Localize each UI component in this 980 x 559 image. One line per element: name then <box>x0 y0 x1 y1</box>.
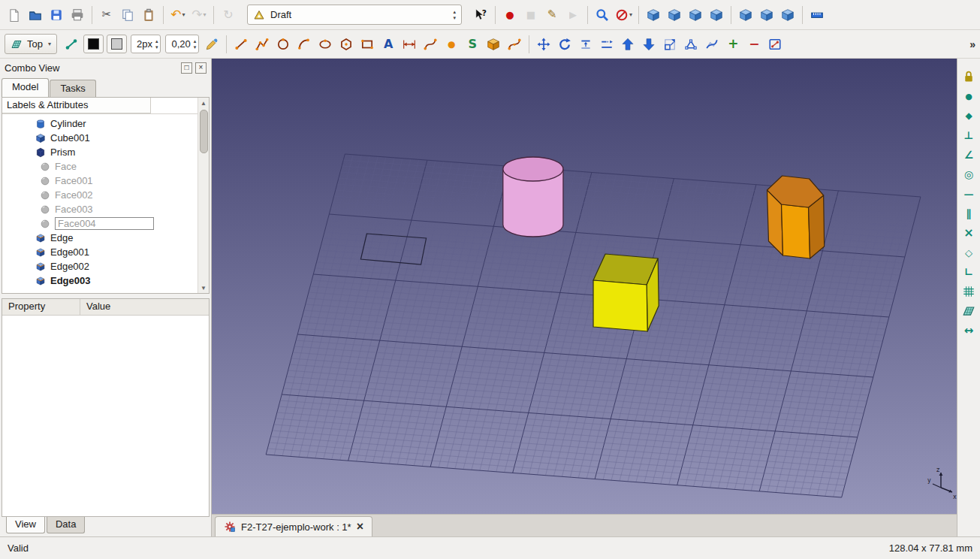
view-rear-button[interactable] <box>736 5 755 25</box>
draft-edit-button[interactable] <box>681 35 701 54</box>
macro-record-button[interactable]: ● <box>500 5 520 25</box>
rename-input[interactable] <box>55 217 154 230</box>
scroll-up-icon[interactable]: ▲ <box>201 98 207 108</box>
open-document-button[interactable] <box>26 5 45 25</box>
tab-model[interactable]: Model <box>2 78 49 97</box>
tree-item-face004[interactable] <box>2 216 209 231</box>
panel-close-button[interactable]: × <box>195 62 207 74</box>
tree-item-prism[interactable]: Prism <box>2 145 209 159</box>
draft-circle-button[interactable] <box>273 35 293 54</box>
draft-line-button[interactable] <box>231 35 251 54</box>
draft-facebinder-button[interactable] <box>484 35 503 54</box>
working-plane-dropdown-icon[interactable]: ▾ <box>48 41 51 47</box>
draft-point-button[interactable]: ● <box>442 35 461 54</box>
draft-wire-to-bspline-button[interactable] <box>702 35 722 54</box>
draft-add-point-button[interactable]: + <box>723 35 743 54</box>
tree-item-face[interactable]: Face <box>2 159 209 174</box>
tree-item-cylinder[interactable]: Cylinder <box>2 116 209 131</box>
view-top-button[interactable] <box>686 5 705 25</box>
undo-button[interactable]: ↶▾ <box>168 5 188 25</box>
tree-item-face001[interactable]: Face001 <box>2 174 209 188</box>
new-document-button[interactable] <box>5 5 24 25</box>
draft-shapestring-button[interactable]: S <box>463 35 482 54</box>
cylinder-object[interactable] <box>503 157 563 237</box>
copy-button[interactable] <box>118 5 137 25</box>
draft-offset-button[interactable] <box>576 35 596 54</box>
view-axonometric-button[interactable] <box>644 5 663 25</box>
tree-item-face002[interactable]: Face002 <box>2 188 209 202</box>
draft-downgrade-button[interactable] <box>639 35 659 54</box>
prism-object[interactable] <box>767 176 824 258</box>
property-column-header[interactable]: Property <box>2 299 80 315</box>
snap-ortho-button[interactable]: ∟ <box>960 264 977 280</box>
draft-wire-button[interactable] <box>252 35 272 54</box>
draft-remove-point-button[interactable]: − <box>744 35 764 54</box>
draft-trimex-button[interactable] <box>597 35 617 54</box>
tree-scrollbar[interactable]: ▲ ▼ <box>198 98 209 293</box>
draw-style-button[interactable]: ▾ <box>614 5 634 25</box>
tab-tasks[interactable]: Tasks <box>50 80 95 97</box>
save-button[interactable] <box>47 5 66 25</box>
snap-near-button[interactable]: ◇ <box>960 244 977 261</box>
document-close-icon[interactable]: × <box>357 521 363 533</box>
line-width-spinbox[interactable]: 2px ▴▾ <box>131 35 161 53</box>
view-bottom-button[interactable] <box>757 5 776 25</box>
scroll-down-icon[interactable]: ▼ <box>201 283 207 293</box>
whats-this-button[interactable] <box>471 5 490 25</box>
snap-intersection-button[interactable]: × <box>960 225 977 241</box>
tree-item-face003[interactable]: Face003 <box>2 202 209 216</box>
snap-endpoint-button[interactable]: ● <box>960 88 977 104</box>
view-left-button[interactable] <box>778 5 798 25</box>
redo-dropdown-icon[interactable]: ▾ <box>204 11 207 18</box>
document-tab[interactable]: F2-T27-ejemplo-work : 1* × <box>215 516 372 536</box>
snap-center-button[interactable]: ◎ <box>960 166 977 183</box>
measure-distance-button[interactable] <box>807 5 827 25</box>
snap-angle-button[interactable]: ∠ <box>960 147 977 163</box>
macro-edit-button[interactable]: ✎ <box>542 5 562 25</box>
draft-dimension-button[interactable] <box>400 35 419 54</box>
draft-to-sketch-button[interactable] <box>765 35 785 54</box>
view-right-button[interactable] <box>707 5 726 25</box>
scroll-thumb[interactable] <box>200 110 208 153</box>
draft-polygon-button[interactable] <box>336 35 356 54</box>
draft-rectangle-button[interactable] <box>357 35 377 54</box>
cut-button[interactable]: ✂ <box>97 5 116 25</box>
line-color-button[interactable] <box>83 35 104 53</box>
3d-viewport[interactable]: z y x <box>212 59 957 514</box>
text-scale-spinbox[interactable]: 0,20 ▴▾ <box>165 35 199 53</box>
draft-bspline-button[interactable] <box>421 35 440 54</box>
snap-working-plane-button[interactable] <box>960 303 977 319</box>
tree-item-edge001[interactable]: Edge001 <box>2 245 209 259</box>
draft-arc-button[interactable] <box>294 35 314 54</box>
workbench-selector[interactable]: Draft ▴▾ <box>247 5 462 25</box>
snap-parallel-button[interactable]: ∥ <box>960 205 977 222</box>
working-plane-button[interactable]: Top ▾ <box>5 34 57 54</box>
tree-header-label[interactable]: Labels & Attributes <box>2 98 151 113</box>
undo-dropdown-icon[interactable]: ▾ <box>182 11 185 18</box>
tab-view[interactable]: View <box>6 517 45 533</box>
view-front-button[interactable] <box>665 5 684 25</box>
snap-grid-button[interactable] <box>960 283 977 300</box>
toolbar-overflow-button[interactable]: » <box>969 38 975 50</box>
snap-perpendicular-button[interactable]: ⊥ <box>960 127 977 144</box>
line-width-spin-arrows-icon[interactable]: ▴▾ <box>155 38 158 50</box>
workbench-dropdown-arrows-icon[interactable]: ▴▾ <box>453 9 456 20</box>
draft-text-button[interactable]: A <box>378 35 398 54</box>
draw-style-dropdown-icon[interactable]: ▾ <box>629 11 632 18</box>
cube-object[interactable] <box>593 254 659 331</box>
snap-dimensions-button[interactable]: ↔ <box>960 322 977 339</box>
draft-rotate-button[interactable] <box>555 35 574 54</box>
zoom-fit-button[interactable] <box>593 5 612 25</box>
print-button[interactable] <box>68 5 87 25</box>
tab-data[interactable]: Data <box>47 517 85 533</box>
apply-style-button[interactable] <box>202 35 222 54</box>
panel-float-button[interactable]: □ <box>181 62 192 74</box>
face-color-button[interactable] <box>107 35 127 53</box>
paste-button[interactable] <box>139 5 158 25</box>
draft-ellipse-button[interactable] <box>315 35 335 54</box>
snap-extension-button[interactable]: — <box>960 186 977 202</box>
tree-item-edge003[interactable]: Edge003 <box>2 273 209 288</box>
snap-lock-button[interactable] <box>960 68 977 85</box>
construction-mode-button[interactable] <box>62 35 81 54</box>
tree-item-cube001[interactable]: Cube001 <box>2 131 209 145</box>
